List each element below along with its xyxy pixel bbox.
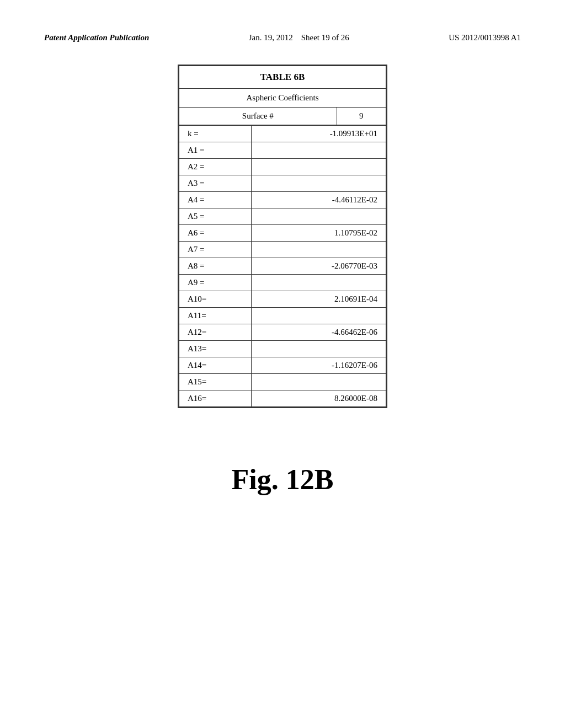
row-value: [251, 208, 386, 225]
table-row: A15=: [179, 374, 386, 390]
table-row: A6 =1.10795E-02: [179, 225, 386, 242]
row-label: A3 =: [179, 175, 252, 192]
row-label: A1 =: [179, 142, 252, 159]
row-value: -2.06770E-03: [251, 258, 386, 275]
row-value: -1.16207E-06: [251, 357, 386, 374]
row-label: A6 =: [179, 225, 252, 242]
row-label: A7 =: [179, 242, 252, 258]
row-label: A15=: [179, 374, 252, 390]
row-value: 2.10691E-04: [251, 291, 386, 308]
row-label: k =: [179, 126, 252, 142]
data-table-container: TABLE 6B Aspheric Coefficients Surface #…: [178, 65, 387, 408]
row-value: -1.09913E+01: [251, 126, 386, 142]
table-row: A5 =: [179, 208, 386, 225]
table-row: k =-1.09913E+01: [179, 126, 386, 142]
row-label: A14=: [179, 357, 252, 374]
table-row: A1 =: [179, 142, 386, 159]
row-label: A12=: [179, 324, 252, 341]
col-header-surface: Surface #: [179, 108, 337, 125]
row-value: -4.66462E-06: [251, 324, 386, 341]
row-value: [251, 341, 386, 357]
header-publication-label: Patent Application Publication: [44, 33, 149, 42]
row-label: A2 =: [179, 159, 252, 175]
aspheric-data-table: k =-1.09913E+01A1 =A2 =A3 =A4 =-4.46112E…: [179, 125, 386, 407]
table-row: A9 =: [179, 275, 386, 291]
row-label: A11=: [179, 308, 252, 324]
table-subtitle-row: Aspheric Coefficients: [179, 89, 386, 108]
table-row: A14=-1.16207E-06: [179, 357, 386, 374]
page-header: Patent Application Publication Jan. 19, …: [44, 33, 521, 42]
row-label: A4 =: [179, 192, 252, 208]
row-label: A5 =: [179, 208, 252, 225]
row-value: [251, 142, 386, 159]
row-value: [251, 374, 386, 390]
row-value: [251, 159, 386, 175]
row-value: [251, 242, 386, 258]
table-row: A10=2.10691E-04: [179, 291, 386, 308]
header-date-sheet: Jan. 19, 2012 Sheet 19 of 26: [249, 33, 349, 42]
table-column-header-row: Surface # 9: [179, 108, 386, 125]
row-value: [251, 275, 386, 291]
table-row: A8 =-2.06770E-03: [179, 258, 386, 275]
col-header-9: 9: [337, 108, 386, 125]
table-subtitle: Aspheric Coefficients: [179, 89, 386, 108]
table-row: A4 =-4.46112E-02: [179, 192, 386, 208]
row-label: A8 =: [179, 258, 252, 275]
main-content: TABLE 6B Aspheric Coefficients Surface #…: [44, 65, 521, 496]
table-row: A7 =: [179, 242, 386, 258]
header-patent-number: US 2012/0013998 A1: [449, 33, 521, 42]
table-row: A16=8.26000E-08: [179, 390, 386, 407]
header-date: Jan. 19, 2012: [249, 33, 293, 42]
aspheric-coefficients-table: TABLE 6B Aspheric Coefficients Surface #…: [179, 66, 386, 125]
table-row: A2 =: [179, 159, 386, 175]
table-row: A13=: [179, 341, 386, 357]
row-value: [251, 308, 386, 324]
row-value: [251, 175, 386, 192]
row-value: -4.46112E-02: [251, 192, 386, 208]
row-label: A13=: [179, 341, 252, 357]
row-value: 8.26000E-08: [251, 390, 386, 407]
row-label: A16=: [179, 390, 252, 407]
row-label: A9 =: [179, 275, 252, 291]
table-row: A3 =: [179, 175, 386, 192]
figure-caption: Fig. 12B: [232, 463, 334, 496]
row-label: A10=: [179, 291, 252, 308]
table-title: TABLE 6B: [179, 66, 386, 89]
table-row: A12=-4.66462E-06: [179, 324, 386, 341]
header-sheet: Sheet 19 of 26: [301, 33, 349, 42]
table-title-row: TABLE 6B: [179, 66, 386, 89]
row-value: 1.10795E-02: [251, 225, 386, 242]
table-row: A11=: [179, 308, 386, 324]
